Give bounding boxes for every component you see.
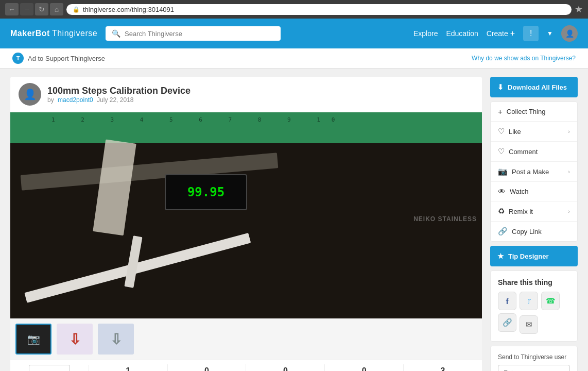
post-make-label: Post a Make <box>512 168 549 176</box>
watch-left: 👁 Watch <box>498 187 528 196</box>
ad-bar-left: T Ad to Support Thingiverse <box>12 53 105 64</box>
share-title: Share this thing <box>498 278 570 286</box>
left-panel: 👤 100mm Steps Calibration Device by macd… <box>10 77 482 371</box>
stat-item-1: 1 <box>89 364 168 371</box>
ruler-numbers: 1 2 3 4 5 6 7 8 9 10 <box>51 116 346 123</box>
link-icon: 🔗 <box>498 227 508 236</box>
logo-maker: MakerBot <box>10 29 50 38</box>
facebook-share-button[interactable]: f <box>498 292 516 310</box>
download-icon: ⬇ <box>497 83 504 91</box>
nav-links: Explore Education Create + ! ▼ 👤 <box>413 25 578 42</box>
ad-t-logo: T <box>12 53 24 64</box>
bookmark-icon[interactable]: ★ <box>575 4 583 15</box>
thing-date: July 22, 2018 <box>97 96 133 104</box>
comment-icon: ♡ <box>498 147 505 156</box>
plus-icon: + <box>510 29 515 38</box>
watch-action[interactable]: 👁 Watch <box>491 182 577 201</box>
watch-label: Watch <box>510 188 528 195</box>
copy-left: 🔗 Copy Link <box>498 227 542 236</box>
main-content: 👤 100mm Steps Calibration Device by macd… <box>0 69 588 371</box>
image-sim: 1 2 3 4 5 6 7 8 9 10 99.95 NEIKO STAINLE… <box>10 112 482 318</box>
search-icon: 🔍 <box>112 29 120 38</box>
collect-left: + Collect Thing <box>498 107 545 116</box>
search-input[interactable] <box>125 30 274 38</box>
search-box[interactable]: 🔍 <box>106 26 281 41</box>
heart-icon: ♡ <box>498 127 505 136</box>
thing-avatar: 👤 <box>19 83 41 106</box>
thumbnail-2[interactable]: ⇩ <box>57 324 93 355</box>
like-label: Like <box>509 128 521 136</box>
send-title: Send to Thingiverse user <box>498 353 570 361</box>
download-label: Download All Files <box>508 83 567 91</box>
collect-action[interactable]: + Collect Thing <box>491 102 577 122</box>
eye-icon: 👁 <box>498 187 506 196</box>
tip-label: Tip Designer <box>508 252 549 260</box>
stat-input[interactable] <box>29 365 70 372</box>
camera-icon: 📷 <box>498 167 508 176</box>
remix-left: ♻ Remix it <box>498 207 533 216</box>
url-text: thingiverse.com/thing:3014091 <box>83 6 174 13</box>
back-button[interactable]: ← <box>5 3 19 15</box>
thumb1-icon: 📷 <box>27 333 40 345</box>
stat-item-2: 0 <box>168 364 247 371</box>
author-link[interactable]: macd2point0 <box>58 96 93 104</box>
ad-bar: T Ad to Support Thingiverse Why do we sh… <box>0 48 588 69</box>
browser-nav-buttons: ← → ↻ ⌂ <box>5 3 63 15</box>
tip-designer-button[interactable]: ★ Tip Designer <box>490 246 578 266</box>
comment-action[interactable]: ♡ Comment <box>491 142 577 162</box>
send-input[interactable] <box>498 365 570 371</box>
why-ads-link[interactable]: Why do we show ads on Thingiverse? <box>472 55 576 62</box>
stat-item-4: 0 <box>325 364 404 371</box>
home-button[interactable]: ⌂ <box>50 3 63 15</box>
explore-link[interactable]: Explore <box>413 29 438 38</box>
stat-value-4: 0 <box>362 366 367 371</box>
notification-btn[interactable]: ! <box>523 26 539 41</box>
thumbnail-1[interactable]: 📷 <box>15 324 51 355</box>
stat-value-5: 3 <box>441 366 445 371</box>
education-link[interactable]: Education <box>446 29 478 38</box>
email-share-button[interactable]: ✉ <box>520 315 538 334</box>
logo[interactable]: MakerBot Thingiverse <box>10 29 97 38</box>
create-button[interactable]: Create + <box>487 29 515 38</box>
address-bar[interactable]: 🔒 thingiverse.com/thing:3014091 <box>66 4 572 15</box>
collect-icon: + <box>498 107 503 116</box>
thing-info: 100mm Steps Calibration Device by macd2p… <box>47 86 191 104</box>
download-all-button[interactable]: ⬇ Download All Files <box>490 77 578 97</box>
copy-label: Copy Link <box>512 228 542 235</box>
like-arrow: › <box>568 128 570 134</box>
collect-label: Collect Thing <box>507 108 546 115</box>
right-panel: ⬇ Download All Files + Collect Thing ♡ L… <box>490 77 578 371</box>
whatsapp-share-button[interactable]: ☎ <box>541 292 560 310</box>
send-section: Send to Thingiverse user <box>490 346 578 371</box>
browser-chrome: ← → ↻ ⌂ 🔒 thingiverse.com/thing:3014091 … <box>0 0 588 19</box>
tip-icon: ★ <box>497 252 504 260</box>
like-action[interactable]: ♡ Like › <box>491 122 577 142</box>
stat-value-3: 0 <box>283 366 288 371</box>
forward-button[interactable]: → <box>20 3 33 15</box>
twitter-share-button[interactable]: 𝕣 <box>520 292 538 310</box>
thing-title: 100mm Steps Calibration Device <box>47 86 191 96</box>
chevron-down-icon[interactable]: ▼ <box>547 30 553 37</box>
digital-display: 99.95 <box>165 174 247 210</box>
remix-action[interactable]: ♻ Remix it › <box>491 201 577 222</box>
copylink-share-button[interactable]: 🔗 <box>498 313 516 332</box>
stat-item-3: 0 <box>246 364 325 371</box>
top-nav: MakerBot Thingiverse 🔍 Explore Education… <box>0 19 588 48</box>
action-list: + Collect Thing ♡ Like › ♡ Comment � <box>490 102 578 242</box>
thumbnail-3[interactable]: ⇩ <box>98 324 134 355</box>
stat-value-1: 1 <box>126 366 130 371</box>
share-section: Share this thing f 𝕣 ☎ 🔗 ✉ <box>490 271 578 342</box>
stat-value-2: 0 <box>204 366 209 371</box>
avatar[interactable]: 👤 <box>561 25 578 42</box>
thumbnails: 📷 ⇩ ⇩ <box>10 318 482 360</box>
like-left: ♡ Like <box>498 127 521 136</box>
reload-button[interactable]: ↻ <box>35 3 48 15</box>
remix-arrow: › <box>568 208 570 214</box>
copy-action[interactable]: 🔗 Copy Link <box>491 222 577 241</box>
stat-item-5: 3 <box>404 364 482 371</box>
thing-header: 👤 100mm Steps Calibration Device by macd… <box>10 77 482 112</box>
thumb2-icon: ⇩ <box>69 331 81 348</box>
post-make-action[interactable]: 📷 Post a Make › <box>491 162 577 182</box>
display-value: 99.95 <box>187 185 224 199</box>
logo-thingiverse: Thingiverse <box>52 29 97 38</box>
